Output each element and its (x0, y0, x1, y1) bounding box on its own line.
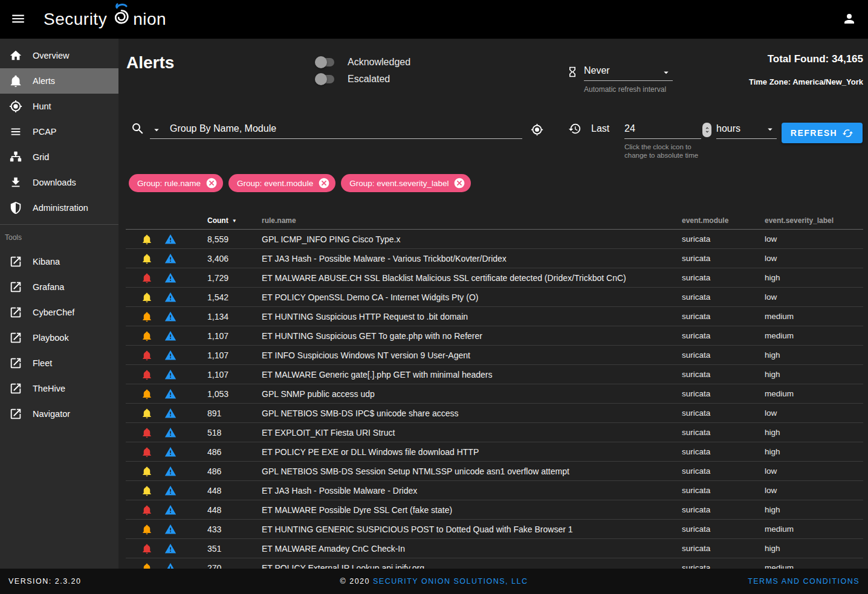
table-row[interactable]: 486ET POLICY PE EXE or DLL Windows file … (126, 442, 863, 462)
info-triangle-icon[interactable] (164, 349, 177, 361)
sidebar-item-downloads[interactable]: Downloads (0, 170, 118, 195)
filter-chip[interactable]: Group: event.severity_label (341, 174, 471, 192)
table-row[interactable]: 518ET EXPLOIT_KIT Fiesta URI Structsuric… (126, 423, 863, 442)
tool-item-fleet[interactable]: Fleet (0, 350, 118, 376)
info-triangle-icon[interactable] (164, 369, 177, 381)
info-triangle-icon[interactable] (164, 543, 177, 555)
severity-bell-icon[interactable] (141, 389, 152, 399)
info-triangle-icon[interactable] (164, 562, 177, 569)
info-triangle-icon[interactable] (164, 446, 177, 458)
column-header-count[interactable]: Count▼ (183, 216, 262, 225)
rule-name-cell: ET MALWARE ABUSE.CH SSL Blacklist Malici… (262, 273, 682, 283)
module-cell: suricata (682, 408, 765, 418)
refresh-interval-select[interactable]: Never (584, 65, 673, 81)
table-row[interactable]: 891GPL NETBIOS SMB-DS IPC$ unicode share… (126, 404, 863, 423)
severity-bell-icon[interactable] (141, 427, 152, 438)
severity-bell-icon[interactable] (141, 253, 152, 264)
table-row[interactable]: 1,107ET HUNTING Suspicious GET To gate.p… (126, 326, 863, 346)
escalated-toggle[interactable] (315, 73, 335, 85)
column-header-rule-name[interactable]: rule.name (262, 216, 682, 225)
column-header-module[interactable]: event.module (682, 216, 765, 225)
table-row[interactable]: 8,559GPL ICMP_INFO PING Cisco Type.xsuri… (126, 230, 863, 249)
sidebar-item-overview[interactable]: Overview (0, 43, 118, 68)
severity-bell-icon[interactable] (141, 408, 152, 419)
close-circle-icon[interactable] (453, 177, 465, 189)
table-row[interactable]: 1,107ET MALWARE Generic gate[.].php GET … (126, 365, 863, 384)
search-field[interactable]: Group By Name, Module (150, 119, 522, 139)
info-triangle-icon[interactable] (164, 388, 177, 400)
table-row[interactable]: 486GPL NETBIOS SMB-DS Session Setup NTML… (126, 462, 863, 481)
close-circle-icon[interactable] (318, 177, 330, 189)
tool-item-kibana[interactable]: Kibana (0, 249, 118, 274)
sidebar-item-alerts[interactable]: Alerts (0, 68, 118, 94)
sidebar-item-hunt[interactable]: Hunt (0, 94, 118, 119)
sidebar-item-grid[interactable]: Grid (0, 144, 118, 170)
severity-bell-icon[interactable] (141, 524, 152, 535)
severity-bell-icon[interactable] (141, 273, 152, 283)
filter-chip[interactable]: Group: rule.name (129, 174, 223, 192)
tool-item-grafana[interactable]: Grafana (0, 274, 118, 300)
info-triangle-icon[interactable] (164, 465, 177, 477)
info-triangle-icon[interactable] (164, 272, 177, 284)
column-header-severity[interactable]: event.severity_label (765, 216, 863, 225)
filter-chip[interactable]: Group: event.module (228, 174, 335, 192)
table-row[interactable]: 351ET MALWARE Amadey CnC Check-Insuricat… (126, 539, 863, 558)
info-triangle-icon[interactable] (164, 330, 177, 342)
info-triangle-icon[interactable] (164, 253, 177, 265)
search-dropdown-chevron-icon[interactable] (151, 124, 162, 135)
rule-name-cell: GPL NETBIOS SMB-DS IPC$ unicode share ac… (262, 408, 682, 418)
open-in-new-icon (9, 407, 22, 421)
table-row[interactable]: 433ET HUNTING GENERIC SUSPICIOUS POST to… (126, 520, 863, 539)
terms-link[interactable]: TERMS AND CONDITIONS (748, 577, 860, 586)
user-account-icon[interactable] (840, 10, 858, 28)
info-triangle-icon[interactable] (164, 523, 177, 535)
info-triangle-icon[interactable] (164, 233, 177, 245)
info-triangle-icon[interactable] (164, 485, 177, 497)
sidebar-item-pcap[interactable]: PCAP (0, 119, 118, 144)
refresh-button[interactable]: REFRESH (782, 123, 863, 143)
severity-bell-icon[interactable] (141, 466, 152, 477)
info-triangle-icon[interactable] (164, 291, 177, 303)
table-row[interactable]: 270ET POLICY External IP Lookup api.ipif… (126, 558, 863, 569)
sidebar-item-administration[interactable]: Administration (0, 195, 118, 221)
severity-bell-icon[interactable] (141, 350, 152, 361)
info-triangle-icon[interactable] (164, 311, 177, 323)
table-row[interactable]: 1,542ET POLICY OpenSSL Demo CA - Interne… (126, 288, 863, 307)
severity-bell-icon[interactable] (141, 311, 152, 322)
unit-select[interactable]: hours (716, 119, 777, 139)
crosshairs-gps-icon[interactable] (531, 123, 543, 136)
tool-item-cyberchef[interactable]: CyberChef (0, 300, 118, 325)
severity-bell-icon[interactable] (141, 234, 152, 245)
severity-bell-icon[interactable] (141, 369, 152, 380)
severity-bell-icon[interactable] (141, 563, 152, 569)
severity-bell-icon[interactable] (141, 331, 152, 341)
close-circle-icon[interactable] (206, 177, 218, 189)
table-row[interactable]: 1,107ET INFO Suspicious Windows NT versi… (126, 346, 863, 365)
tool-item-navigator[interactable]: Navigator (0, 401, 118, 427)
info-triangle-icon[interactable] (164, 427, 177, 439)
clock-history-icon[interactable] (568, 122, 581, 135)
tool-item-playbook[interactable]: Playbook (0, 325, 118, 350)
stepper-icon[interactable] (702, 123, 711, 137)
table-row[interactable]: 1,729ET MALWARE ABUSE.CH SSL Blacklist M… (126, 268, 863, 288)
tool-item-thehive[interactable]: TheHive (0, 376, 118, 401)
sidebar-item-label: PCAP (33, 127, 57, 137)
acknowledged-toggle[interactable] (315, 56, 335, 68)
severity-bell-icon[interactable] (141, 447, 152, 457)
table-row[interactable]: 448ET MALWARE Possible Dyre SSL Cert (fa… (126, 500, 863, 520)
table-row[interactable]: 3,406ET JA3 Hash - Possible Malware - Va… (126, 249, 863, 268)
menu-icon[interactable] (8, 10, 28, 29)
info-triangle-icon[interactable] (164, 407, 177, 419)
duration-input[interactable]: 24 (624, 119, 701, 139)
table-row[interactable]: 448ET JA3 Hash - Possible Malware - Drid… (126, 481, 863, 500)
table-row[interactable]: 1,053GPL SNMP public access udpsuricatam… (126, 384, 863, 404)
severity-bell-icon[interactable] (141, 543, 152, 554)
severity-bell-icon[interactable] (141, 485, 152, 496)
search-input[interactable]: Group By Name, Module (170, 123, 276, 134)
severity-bell-icon[interactable] (141, 292, 152, 303)
company-link[interactable]: SECURITY ONION SOLUTIONS, LLC (373, 577, 528, 586)
info-triangle-icon[interactable] (164, 504, 177, 516)
search-icon[interactable] (131, 121, 145, 136)
table-row[interactable]: 1,134ET HUNTING Suspicious HTTP Request … (126, 307, 863, 326)
severity-bell-icon[interactable] (141, 505, 152, 515)
